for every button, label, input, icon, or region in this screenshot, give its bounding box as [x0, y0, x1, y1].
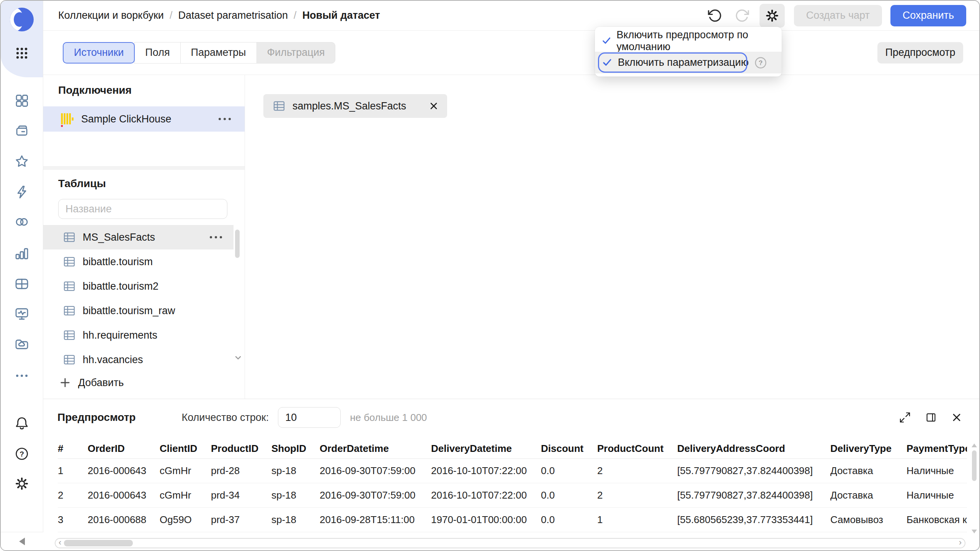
table-list-item[interactable]: bibattle.tourism_raw: [43, 298, 234, 323]
help-question-icon[interactable]: ?: [13, 445, 30, 462]
table-cell: 1970-01-01T00:00:00: [431, 514, 541, 526]
connections-circles-icon[interactable]: [13, 214, 30, 230]
collapse-sidebar-button[interactable]: [1, 532, 43, 550]
storage-folder-icon[interactable]: [13, 336, 30, 353]
source-table-chip[interactable]: samples.MS_SalesFacts: [263, 94, 447, 118]
vertical-scrollbar[interactable]: [971, 440, 977, 533]
table-list-item[interactable]: hh.vacancies: [43, 347, 234, 372]
table-cell: Og59O: [160, 514, 211, 526]
table-cell: sp-18: [271, 465, 320, 477]
add-table-button[interactable]: Добавить: [43, 372, 124, 393]
editor-bolt-icon[interactable]: [13, 184, 30, 201]
table-cell: 2016-000643: [88, 489, 160, 501]
connection-item-sample-clickhouse[interactable]: Sample ClickHouse: [43, 106, 245, 132]
column-header: ProductCount: [597, 443, 677, 455]
table-cell: Банковская карта: [906, 514, 967, 526]
redo-icon: [734, 8, 750, 23]
vertical-scrollbar-thumb[interactable]: [972, 450, 977, 481]
notifications-bell-icon[interactable]: [13, 415, 30, 432]
preview-panel: Предпросмотр Количество строк: не больше…: [43, 399, 979, 550]
rows-count-input[interactable]: [278, 407, 341, 428]
expand-preview-icon[interactable]: [899, 411, 911, 424]
tab-fields[interactable]: Поля: [134, 42, 180, 64]
table-search-input[interactable]: [58, 199, 227, 219]
remove-source-icon[interactable]: [429, 101, 439, 111]
table-cell: 2016-09-30T07:59:00: [320, 489, 431, 501]
menu-item-default-preview[interactable]: Включить предпросмотр по умолчанию: [595, 30, 782, 52]
table-cell: Доставка: [830, 489, 906, 501]
table-name: bibattle.tourism_raw: [83, 305, 175, 317]
column-header: OrderDatetime: [320, 443, 431, 455]
table-row: 3 2016-000688 Og59O prd-37 sp-18 2016-09…: [58, 508, 967, 532]
check-icon: [602, 36, 611, 46]
collections-folders-icon[interactable]: [13, 122, 30, 139]
clickhouse-logo-icon: [58, 111, 75, 127]
table-search: [58, 199, 227, 219]
more-dots-icon[interactable]: [13, 367, 30, 384]
table-icon: [62, 230, 77, 245]
column-header: ShopID: [271, 443, 320, 455]
collapse-arrow-icon: [19, 538, 25, 545]
squares-icon[interactable]: [13, 92, 30, 109]
create-chart-button: Создать чарт: [794, 5, 882, 26]
tab-sources[interactable]: Источники: [63, 42, 135, 64]
charts-bars-icon[interactable]: [13, 245, 30, 262]
plus-icon: [60, 378, 70, 387]
monitoring-screen-icon[interactable]: [13, 305, 30, 322]
table-name: bibattle.tourism: [83, 256, 153, 268]
apps-grid-icon[interactable]: [13, 45, 30, 62]
horizontal-scrollbar[interactable]: ‹ ›: [55, 538, 965, 548]
dataset-settings-gear-button[interactable]: [760, 4, 785, 28]
menu-item-parametrization[interactable]: Включить параметризацию ?: [595, 52, 782, 73]
breadcrumb-separator: /: [294, 10, 297, 21]
breadcrumb-workbook[interactable]: Dataset parametrisation: [178, 10, 288, 21]
tables-list: MS_SalesFacts bibattle.tourism: [43, 225, 245, 372]
table-cell: 2: [597, 489, 677, 501]
table-cell: [55.797790827,37.824400398]: [677, 465, 830, 477]
side-panel-icon[interactable]: [925, 411, 937, 424]
scroll-down-icon[interactable]: [972, 530, 977, 533]
scroll-left-icon[interactable]: ‹: [59, 538, 61, 548]
table-cell: 1: [58, 465, 88, 477]
datalens-logo[interactable]: [10, 7, 34, 32]
settings-gear-icon[interactable]: [13, 475, 30, 492]
svg-text:?: ?: [20, 450, 24, 458]
table-cell: [55.797790827,37.824400398]: [677, 489, 830, 501]
favorites-star-icon[interactable]: [13, 153, 30, 170]
connection-more-icon[interactable]: [219, 118, 231, 120]
undo-icon[interactable]: [707, 8, 723, 23]
table-list-item[interactable]: bibattle.tourism2: [43, 274, 234, 298]
table-list-item[interactable]: hh.requirements: [43, 323, 234, 347]
table-more-icon[interactable]: [210, 236, 222, 238]
tables-list-scrollbar[interactable]: [235, 230, 240, 258]
table-cell: sp-18: [271, 514, 320, 526]
save-button[interactable]: Сохранить: [890, 5, 966, 26]
tables-list-scroll-down-icon[interactable]: [234, 355, 242, 360]
add-table-label: Добавить: [78, 377, 124, 389]
sources-canvas: samples.MS_SalesFacts: [245, 75, 979, 399]
scroll-up-icon[interactable]: [972, 443, 977, 447]
close-preview-icon[interactable]: [951, 412, 962, 423]
datasets-table-icon[interactable]: [13, 276, 30, 292]
tab-parameters[interactable]: Параметры: [180, 42, 257, 64]
help-circle-icon[interactable]: ?: [754, 56, 767, 69]
scroll-right-icon[interactable]: ›: [959, 538, 962, 548]
top-actions: Создать чарт Сохранить: [707, 4, 966, 28]
column-header: #: [58, 443, 88, 455]
table-list-item[interactable]: MS_SalesFacts: [43, 225, 234, 249]
table-cell: Наличные: [906, 489, 967, 501]
tables-title: Таблицы: [58, 178, 106, 190]
table-icon: [62, 352, 77, 367]
table-cell: 2016-000688: [88, 514, 160, 526]
table-cell: cGmHr: [160, 465, 211, 477]
table-cell: prd-28: [211, 465, 271, 477]
table-list-item[interactable]: bibattle.tourism: [43, 249, 234, 274]
preview-toggle-button[interactable]: Предпросмотр: [877, 42, 963, 64]
menu-item-label: Включить предпросмотр по умолчанию: [617, 29, 782, 53]
breadcrumb-collections[interactable]: Коллекции и воркбуки: [58, 10, 164, 21]
menu-item-label: Включить параметризацию: [618, 57, 749, 68]
horizontal-scrollbar-thumb[interactable]: [64, 540, 133, 546]
table-cell: Доставка: [830, 465, 906, 477]
table-cell: 2016-10-10T07:22:00: [431, 489, 541, 501]
section-divider: [43, 166, 245, 170]
